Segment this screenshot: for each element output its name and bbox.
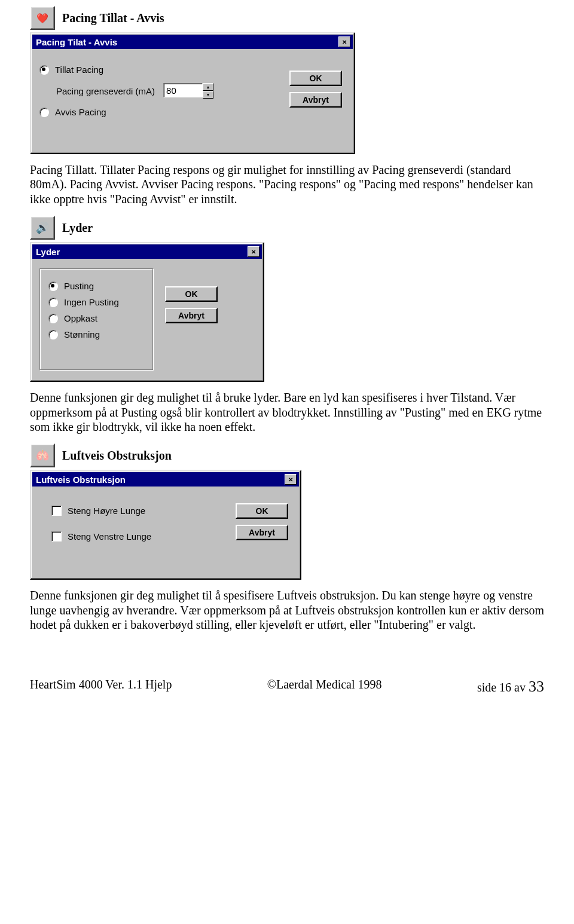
- sound-options-group: Pusting Ingen Pusting Oppkast Stønning: [39, 268, 153, 370]
- ok-button[interactable]: OK: [236, 503, 288, 519]
- radio-dot-icon: [48, 298, 58, 307]
- close-button[interactable]: ✕: [338, 36, 350, 47]
- radio-dot-icon: [48, 330, 58, 339]
- dialog-luftveis: Luftveis Obstruksjon ✕ Steng Høyre Lunge…: [30, 470, 301, 580]
- ok-button[interactable]: OK: [165, 286, 218, 302]
- footer-left: HeartSim 4000 Ver. 1.1 Hjelp: [30, 678, 172, 696]
- check-label: Steng Venstre Lunge: [68, 531, 151, 541]
- section-title-lyder: Lyder: [62, 221, 93, 235]
- radio-label: Tillat Pacing: [55, 65, 103, 75]
- radio-stonning[interactable]: Stønning: [48, 329, 144, 339]
- radio-label: Oppkast: [64, 313, 97, 323]
- radio-label: Ingen Pusting: [64, 297, 119, 307]
- radio-label: Pusting: [64, 281, 94, 291]
- radio-ingen-pusting[interactable]: Ingen Pusting: [48, 297, 144, 307]
- radio-pusting[interactable]: Pusting: [48, 281, 144, 291]
- radio-oppkast[interactable]: Oppkast: [48, 313, 144, 323]
- cancel-button[interactable]: Avbryt: [165, 308, 218, 323]
- page-footer: HeartSim 4000 Ver. 1.1 Hjelp ©Laerdal Me…: [0, 660, 574, 703]
- paragraph-pacing: Pacing Tillatt. Tillater Pacing respons …: [30, 163, 544, 206]
- footer-right: side 16 av 33: [477, 678, 544, 696]
- checkbox-icon: [51, 506, 62, 516]
- ok-button[interactable]: OK: [289, 71, 342, 86]
- threshold-input[interactable]: 80: [163, 83, 203, 97]
- cancel-button[interactable]: Avbryt: [236, 525, 288, 540]
- airway-icon: [30, 443, 55, 467]
- paragraph-lyder: Denne funksjonen gir deg mulighet til å …: [30, 390, 544, 434]
- radio-label: Stønning: [64, 329, 100, 339]
- dialog-title: Pacing Tilat - Avvis: [36, 37, 117, 47]
- dialog-pacing: Pacing Tilat - Avvis ✕ Tillat Pacing Pac…: [30, 32, 355, 154]
- radio-dot-icon: [48, 314, 58, 323]
- paragraph-luftveis: Denne funksjonen gir deg mulighet til å …: [30, 588, 544, 632]
- radio-label: Avvis Pacing: [55, 107, 106, 117]
- section-title-pacing: Pacing Tillat - Avvis: [62, 11, 164, 25]
- spin-down-button[interactable]: ▼: [203, 91, 213, 99]
- check-label: Steng Høyre Lunge: [68, 506, 145, 516]
- dialog-title: Lyder: [36, 247, 60, 257]
- close-button[interactable]: ✕: [285, 474, 297, 485]
- radio-dot-icon: [39, 65, 49, 75]
- close-button[interactable]: ✕: [248, 246, 259, 257]
- radio-dot-icon: [39, 108, 49, 117]
- checkbox-icon: [51, 531, 62, 541]
- pacing-icon: [30, 6, 55, 30]
- dialog-title: Luftveis Obstruksjon: [36, 475, 126, 485]
- radio-dot-icon: [48, 282, 58, 291]
- cancel-button[interactable]: Avbryt: [289, 92, 342, 108]
- sounds-icon: [30, 216, 55, 240]
- footer-center: ©Laerdal Medical 1998: [267, 678, 382, 696]
- dialog-lyder: Lyder ✕ Pusting Ingen Pusting Oppkast: [30, 242, 264, 382]
- threshold-label: Pacing grenseverdi (mA): [56, 86, 155, 96]
- spin-up-button[interactable]: ▲: [203, 83, 213, 91]
- section-title-luftveis: Luftveis Obstruksjon: [62, 449, 172, 463]
- radio-deny-pacing[interactable]: Avvis Pacing: [39, 107, 346, 117]
